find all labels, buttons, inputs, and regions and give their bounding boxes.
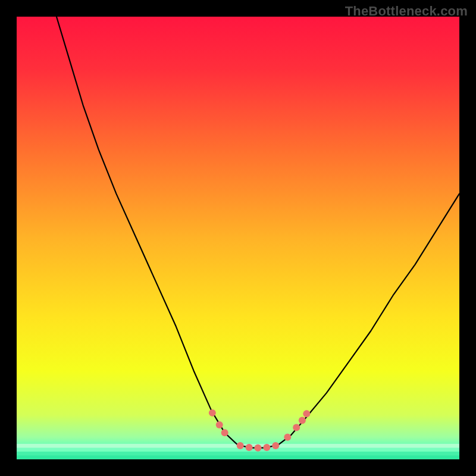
chart-marker [209, 409, 216, 416]
chart-plot-area [17, 17, 459, 459]
chart-svg [17, 17, 459, 459]
chart-marker [263, 444, 270, 451]
chart-marker [293, 424, 300, 431]
chart-frame: TheBottleneck.com [0, 0, 476, 476]
chart-marker [272, 442, 279, 449]
chart-bottom-band [17, 455, 459, 459]
chart-background [17, 17, 459, 459]
chart-marker [237, 442, 244, 449]
chart-marker [299, 417, 306, 424]
chart-marker [216, 421, 223, 428]
chart-bottom-band [17, 452, 459, 456]
chart-marker [246, 444, 253, 451]
chart-marker [221, 429, 228, 436]
chart-marker [254, 444, 261, 452]
chart-marker [284, 434, 291, 441]
chart-marker [303, 410, 310, 417]
